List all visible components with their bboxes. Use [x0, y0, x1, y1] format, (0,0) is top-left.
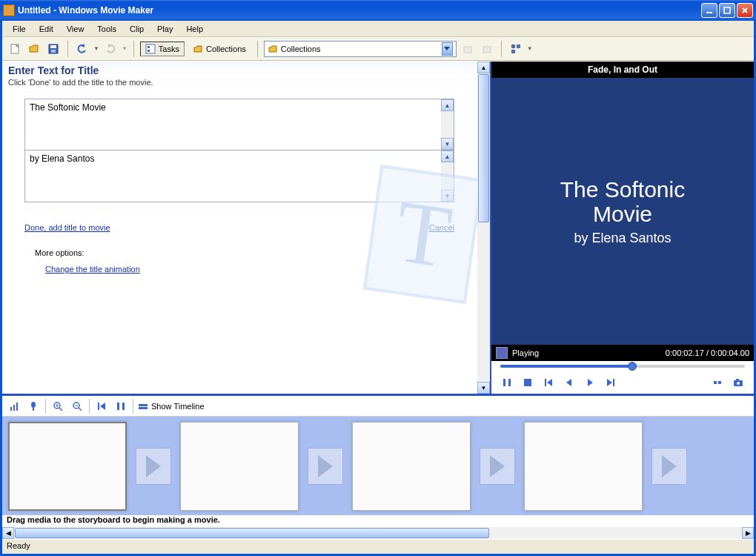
menu-edit[interactable]: Edit	[33, 23, 59, 35]
title-text-input[interactable]: The Softonic Movie ▲ ▼	[24, 99, 454, 150]
prev-button[interactable]	[542, 376, 555, 389]
new-project-button[interactable]	[7, 41, 23, 57]
storyboard: Show Timeline Drag media to the storyboa…	[2, 394, 754, 539]
minimize-button[interactable]	[701, 3, 717, 18]
seek-progress	[500, 365, 632, 368]
transition-slot[interactable]	[308, 448, 343, 485]
chevron-down-icon[interactable]	[442, 42, 453, 56]
scroll-down-icon[interactable]: ▼	[441, 190, 454, 202]
collections-icon	[193, 44, 203, 54]
rewind-storyboard-button[interactable]	[94, 399, 109, 414]
show-timeline-button[interactable]: Show Timeline	[138, 401, 205, 411]
menu-view[interactable]: View	[61, 23, 90, 35]
taskpane-scrollbar[interactable]: ▲ ▼	[477, 62, 490, 394]
svg-rect-9	[464, 47, 471, 53]
maximize-button[interactable]	[719, 3, 735, 18]
zoom-out-button[interactable]	[70, 399, 84, 414]
scroll-thumb[interactable]	[478, 74, 489, 222]
redo-button[interactable]	[102, 41, 119, 57]
transition-slot[interactable]	[651, 448, 687, 485]
scroll-up-icon[interactable]: ▲	[477, 62, 490, 73]
undo-dropdown-icon[interactable]: ▼	[93, 45, 99, 52]
scroll-up-icon[interactable]: ▲	[441, 150, 454, 162]
new-folder-button[interactable]	[479, 41, 495, 57]
svg-rect-24	[10, 407, 12, 411]
step-back-button[interactable]	[563, 376, 576, 389]
collections-label: Collections	[206, 44, 246, 53]
change-animation-link[interactable]: Change the title animation	[45, 265, 140, 274]
toolbar-separator	[257, 41, 258, 57]
menu-play[interactable]: Play	[151, 23, 179, 35]
clip-slot[interactable]	[180, 422, 299, 511]
undo-button[interactable]	[74, 41, 90, 57]
cancel-link[interactable]: Cancel	[429, 223, 454, 232]
svg-rect-16	[524, 379, 531, 386]
clip-slot[interactable]	[8, 422, 127, 511]
seek-track[interactable]	[500, 365, 745, 368]
svg-rect-1	[724, 7, 730, 13]
play-storyboard-button[interactable]	[113, 399, 128, 414]
storyboard-toolbar: Show Timeline	[2, 396, 754, 417]
preview-pane: Fade, In and Out The Softonic Movie by E…	[491, 62, 754, 394]
svg-line-30	[59, 408, 62, 411]
window-title: Untitled - Windows Movie Maker	[18, 5, 701, 16]
scroll-down-icon[interactable]: ▼	[477, 382, 490, 394]
redo-dropdown-icon[interactable]: ▼	[122, 45, 127, 52]
set-audio-levels-button[interactable]	[7, 399, 21, 414]
close-button[interactable]	[737, 3, 753, 18]
transition-slot[interactable]	[480, 448, 515, 485]
title-text-value: The Softonic Movie	[30, 102, 106, 113]
scroll-left-icon[interactable]: ◀	[2, 527, 14, 539]
scroll-right-icon[interactable]: ▶	[742, 527, 754, 539]
svg-rect-8	[147, 50, 150, 52]
window-body: File Edit View Tools Clip Play Help ▼ ▼ …	[0, 21, 756, 556]
done-link[interactable]: Done, add title to movie	[24, 223, 110, 232]
transition-slot[interactable]	[136, 448, 171, 485]
svg-rect-36	[98, 403, 99, 410]
tasks-toggle[interactable]: Tasks	[140, 42, 185, 56]
preview-subtitle: by Elena Santos	[574, 231, 671, 246]
svg-rect-23	[736, 379, 739, 381]
svg-point-27	[31, 402, 36, 408]
seek-bar[interactable]	[491, 361, 754, 371]
collections-toggle[interactable]: Collections	[188, 42, 251, 56]
scroll-up-icon[interactable]: ▲	[441, 99, 454, 111]
storyboard-scrollbar[interactable]: ◀ ▶	[2, 527, 754, 539]
input-scrollbar[interactable]: ▲ ▼	[441, 99, 454, 150]
zoom-in-button[interactable]	[50, 399, 65, 414]
show-timeline-label: Show Timeline	[151, 402, 205, 411]
step-fwd-button[interactable]	[583, 376, 597, 389]
stop-button[interactable]	[521, 376, 534, 389]
playing-icon	[496, 347, 508, 359]
preview-status-bar: Playing 0:00:02.17 / 0:00:04.00	[491, 345, 754, 361]
scroll-thumb[interactable]	[15, 528, 489, 538]
clip-slot[interactable]	[352, 422, 471, 511]
clip-slot[interactable]	[524, 422, 643, 511]
menu-clip[interactable]: Clip	[124, 23, 150, 35]
narrate-button[interactable]	[26, 399, 41, 414]
storyboard-track[interactable]	[2, 417, 754, 515]
save-button[interactable]	[45, 41, 62, 57]
view-options-button[interactable]	[508, 41, 524, 57]
arrow-right-icon	[662, 455, 677, 477]
split-clip-button[interactable]	[711, 376, 724, 389]
menu-help[interactable]: Help	[180, 23, 209, 35]
preview-time: 0:00:02.17 / 0:00:04.00	[666, 348, 749, 357]
take-photo-button[interactable]	[732, 376, 745, 389]
input-scrollbar[interactable]: ▲ ▼	[441, 150, 454, 202]
menu-tools[interactable]: Tools	[91, 23, 122, 35]
preview-effect-label: Fade, In and Out	[491, 62, 754, 78]
scroll-down-icon[interactable]: ▼	[441, 138, 454, 150]
subtitle-text-input[interactable]: by Elena Santos ▲ ▼	[24, 150, 454, 202]
svg-rect-4	[50, 45, 56, 48]
task-pane: Enter Text for Title Click 'Done' to add…	[2, 62, 491, 394]
view-dropdown-icon[interactable]: ▼	[527, 45, 533, 52]
next-button[interactable]	[604, 376, 617, 389]
up-level-button[interactable]	[460, 41, 476, 57]
collections-combo[interactable]: Collections	[264, 41, 457, 57]
menu-file[interactable]: File	[7, 23, 32, 35]
pause-button[interactable]	[500, 376, 514, 389]
seek-handle[interactable]	[628, 362, 637, 371]
toolbar-separator	[89, 399, 90, 414]
open-project-button[interactable]	[26, 41, 42, 57]
